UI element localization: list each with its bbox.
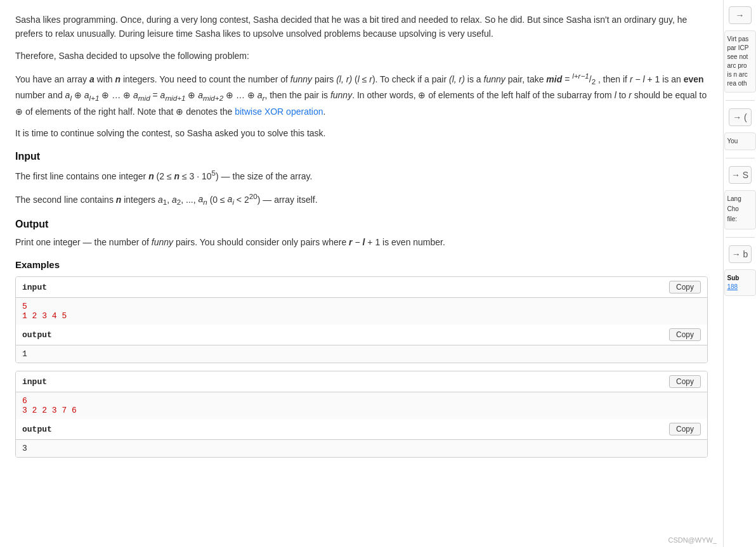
example-1-output-copy-button[interactable]: Copy bbox=[669, 328, 701, 341]
example-2-output-header: output Copy bbox=[16, 419, 707, 440]
example-2-input-line2: 3 2 2 3 7 6 bbox=[22, 406, 701, 415]
examples-title: Examples bbox=[15, 259, 708, 270]
sidebar-panel-4: Sub 188 bbox=[724, 269, 756, 296]
watermark: CSDN@WYW_ bbox=[668, 536, 717, 544]
example-1-output-label: output bbox=[22, 330, 52, 340]
sidebar-file-label: file: bbox=[727, 215, 753, 224]
example-2-input-line1: 6 bbox=[22, 396, 701, 406]
sidebar-lang-label: Lang bbox=[727, 195, 753, 203]
sidebar-divider-1 bbox=[726, 100, 755, 101]
output-section-title: Output bbox=[15, 219, 708, 230]
input-section-title: Input bbox=[15, 151, 708, 162]
example-2-input-label: input bbox=[22, 377, 47, 387]
continue-paragraph: It is time to continue solving the conte… bbox=[15, 126, 708, 140]
sidebar-arrow-btn-3[interactable]: → S bbox=[729, 166, 752, 184]
sidebar-arrow-btn-2[interactable]: → ( bbox=[729, 108, 752, 126]
sidebar: → Virt pas par ICP see not arc pro is n … bbox=[723, 0, 756, 547]
sidebar-panel-1-text: Virt pas par ICP see not arc pro is n ar… bbox=[727, 35, 749, 87]
example-2-output-copy-button[interactable]: Copy bbox=[669, 423, 701, 435]
sidebar-panel-2-text: You bbox=[727, 138, 738, 145]
problem-statement: You have an array a with n integers. You… bbox=[15, 70, 708, 119]
sidebar-top-arrow-btn[interactable]: → bbox=[729, 6, 752, 24]
sidebar-arrow-btn-4[interactable]: → b bbox=[729, 245, 752, 263]
sidebar-sub-number[interactable]: 188 bbox=[727, 283, 753, 292]
example-2-block: input Copy 6 3 2 2 3 7 6 output Copy 3 bbox=[15, 371, 708, 458]
sidebar-choose-label: Cho bbox=[727, 205, 753, 214]
sidebar-panel-1: Virt pas par ICP see not arc pro is n ar… bbox=[724, 30, 756, 93]
example-1-input-line2: 1 2 3 4 5 bbox=[22, 311, 701, 321]
intro-paragraph: Sasha likes programming. Once, during a … bbox=[15, 13, 708, 41]
sidebar-sub-label: Sub bbox=[727, 274, 753, 283]
example-2-input-body: 6 3 2 2 3 7 6 bbox=[16, 392, 707, 419]
example-2-input-copy-button[interactable]: Copy bbox=[669, 375, 701, 388]
sidebar-divider-3 bbox=[726, 237, 755, 238]
example-1-input-header: input Copy bbox=[16, 277, 707, 298]
input-desc1: The first line contains one integer n (2… bbox=[15, 167, 708, 183]
example-1-output-body: 1 bbox=[16, 345, 707, 363]
sidebar-panel-3: Lang Cho file: bbox=[724, 190, 756, 229]
output-desc: Print one integer — the number of funny … bbox=[15, 235, 708, 249]
example-1-output-value: 1 bbox=[22, 349, 701, 359]
example-2-output-label: output bbox=[22, 425, 52, 434]
main-content: Sasha likes programming. Once, during a … bbox=[0, 0, 723, 547]
therefore-paragraph: Therefore, Sasha decided to upsolve the … bbox=[15, 49, 708, 63]
example-1-block: input Copy 5 1 2 3 4 5 output Copy 1 bbox=[15, 276, 708, 363]
example-1-input-label: input bbox=[22, 283, 47, 292]
example-1-output-header: output Copy bbox=[16, 325, 707, 345]
xor-link[interactable]: bitwise XOR operation bbox=[235, 106, 323, 117]
sidebar-panel-2: You bbox=[724, 132, 756, 150]
example-1-input-copy-button[interactable]: Copy bbox=[669, 281, 701, 293]
sidebar-divider-2 bbox=[726, 158, 755, 158]
example-1-input-body: 5 1 2 3 4 5 bbox=[16, 298, 707, 325]
example-1-input-line1: 5 bbox=[22, 302, 701, 311]
example-2-output-value: 3 bbox=[22, 444, 701, 453]
example-2-input-header: input Copy bbox=[16, 371, 707, 392]
input-desc2: The second line contains n integers a1, … bbox=[15, 191, 708, 209]
example-2-output-body: 3 bbox=[16, 440, 707, 457]
